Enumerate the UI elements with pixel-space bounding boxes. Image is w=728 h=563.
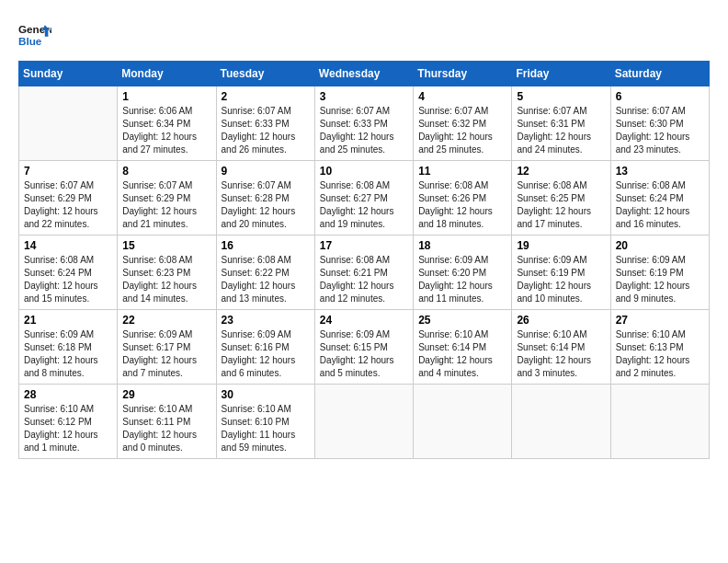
day-number: 17 bbox=[320, 239, 408, 252]
calendar-week-row: 7Sunrise: 6:07 AM Sunset: 6:29 PM Daylig… bbox=[19, 161, 710, 236]
day-info: Sunrise: 6:09 AM Sunset: 6:18 PM Dayligh… bbox=[24, 328, 112, 380]
calendar-day-24: 24Sunrise: 6:09 AM Sunset: 6:15 PM Dayli… bbox=[314, 310, 413, 385]
day-number: 20 bbox=[616, 239, 704, 252]
day-info: Sunrise: 6:08 AM Sunset: 6:27 PM Dayligh… bbox=[320, 179, 408, 231]
day-number: 8 bbox=[122, 165, 210, 178]
calendar-day-18: 18Sunrise: 6:09 AM Sunset: 6:20 PM Dayli… bbox=[414, 236, 512, 310]
day-info: Sunrise: 6:09 AM Sunset: 6:19 PM Dayligh… bbox=[517, 254, 605, 305]
calendar-day-4: 4Sunrise: 6:07 AM Sunset: 6:32 PM Daylig… bbox=[414, 86, 512, 161]
calendar-day-26: 26Sunrise: 6:10 AM Sunset: 6:14 PM Dayli… bbox=[512, 310, 610, 385]
calendar-day-3: 3Sunrise: 6:07 AM Sunset: 6:33 PM Daylig… bbox=[314, 86, 413, 161]
calendar-day-8: 8Sunrise: 6:07 AM Sunset: 6:29 PM Daylig… bbox=[118, 161, 216, 236]
calendar-day-11: 11Sunrise: 6:08 AM Sunset: 6:26 PM Dayli… bbox=[414, 161, 512, 236]
day-number: 23 bbox=[222, 314, 310, 327]
day-number: 9 bbox=[222, 165, 310, 178]
calendar-day-22: 22Sunrise: 6:09 AM Sunset: 6:17 PM Dayli… bbox=[118, 310, 216, 385]
column-header-tuesday: Tuesday bbox=[216, 62, 314, 86]
day-info: Sunrise: 6:08 AM Sunset: 6:26 PM Dayligh… bbox=[418, 179, 506, 231]
empty-cell bbox=[512, 385, 610, 459]
day-number: 19 bbox=[517, 239, 605, 252]
day-number: 24 bbox=[320, 314, 408, 327]
calendar-day-20: 20Sunrise: 6:09 AM Sunset: 6:19 PM Dayli… bbox=[610, 236, 709, 310]
calendar-day-25: 25Sunrise: 6:10 AM Sunset: 6:14 PM Dayli… bbox=[414, 310, 512, 385]
logo: General Blue bbox=[18, 18, 51, 52]
calendar-day-27: 27Sunrise: 6:10 AM Sunset: 6:13 PM Dayli… bbox=[610, 310, 709, 385]
day-number: 27 bbox=[616, 314, 704, 327]
day-number: 16 bbox=[222, 239, 310, 252]
empty-cell bbox=[610, 385, 709, 459]
day-number: 12 bbox=[517, 165, 605, 178]
logo-icon: General Blue bbox=[18, 18, 51, 52]
calendar-day-1: 1Sunrise: 6:06 AM Sunset: 6:34 PM Daylig… bbox=[118, 86, 216, 161]
empty-cell bbox=[314, 385, 413, 459]
day-number: 21 bbox=[24, 314, 112, 327]
day-info: Sunrise: 6:10 AM Sunset: 6:14 PM Dayligh… bbox=[418, 328, 506, 380]
day-info: Sunrise: 6:09 AM Sunset: 6:17 PM Dayligh… bbox=[122, 328, 210, 380]
day-info: Sunrise: 6:07 AM Sunset: 6:29 PM Dayligh… bbox=[122, 179, 210, 231]
column-header-monday: Monday bbox=[118, 62, 216, 86]
calendar-week-row: 14Sunrise: 6:08 AM Sunset: 6:24 PM Dayli… bbox=[19, 236, 710, 310]
calendar-week-row: 21Sunrise: 6:09 AM Sunset: 6:18 PM Dayli… bbox=[19, 310, 710, 385]
day-info: Sunrise: 6:08 AM Sunset: 6:25 PM Dayligh… bbox=[517, 179, 605, 231]
day-info: Sunrise: 6:07 AM Sunset: 6:29 PM Dayligh… bbox=[24, 179, 112, 231]
calendar-week-row: 28Sunrise: 6:10 AM Sunset: 6:12 PM Dayli… bbox=[19, 385, 710, 459]
day-number: 11 bbox=[418, 165, 506, 178]
day-number: 26 bbox=[517, 314, 605, 327]
calendar-day-21: 21Sunrise: 6:09 AM Sunset: 6:18 PM Dayli… bbox=[19, 310, 118, 385]
calendar-week-row: 1Sunrise: 6:06 AM Sunset: 6:34 PM Daylig… bbox=[19, 86, 710, 161]
calendar-day-10: 10Sunrise: 6:08 AM Sunset: 6:27 PM Dayli… bbox=[314, 161, 413, 236]
calendar-day-16: 16Sunrise: 6:08 AM Sunset: 6:22 PM Dayli… bbox=[216, 236, 314, 310]
day-number: 7 bbox=[24, 165, 112, 178]
calendar-day-6: 6Sunrise: 6:07 AM Sunset: 6:30 PM Daylig… bbox=[610, 86, 709, 161]
svg-text:Blue: Blue bbox=[18, 35, 42, 47]
day-number: 3 bbox=[320, 90, 408, 103]
day-number: 14 bbox=[24, 239, 112, 252]
day-number: 25 bbox=[418, 314, 506, 327]
day-number: 1 bbox=[122, 90, 210, 103]
day-info: Sunrise: 6:07 AM Sunset: 6:31 PM Dayligh… bbox=[517, 105, 605, 156]
day-info: Sunrise: 6:09 AM Sunset: 6:20 PM Dayligh… bbox=[418, 254, 506, 305]
day-number: 30 bbox=[222, 388, 310, 401]
day-info: Sunrise: 6:09 AM Sunset: 6:19 PM Dayligh… bbox=[616, 254, 704, 305]
calendar-day-29: 29Sunrise: 6:10 AM Sunset: 6:11 PM Dayli… bbox=[118, 385, 216, 459]
empty-cell bbox=[414, 385, 512, 459]
calendar-day-12: 12Sunrise: 6:08 AM Sunset: 6:25 PM Dayli… bbox=[512, 161, 610, 236]
calendar-table: SundayMondayTuesdayWednesdayThursdayFrid… bbox=[18, 61, 710, 459]
day-info: Sunrise: 6:10 AM Sunset: 6:10 PM Dayligh… bbox=[222, 403, 310, 454]
day-number: 4 bbox=[418, 90, 506, 103]
day-info: Sunrise: 6:06 AM Sunset: 6:34 PM Dayligh… bbox=[122, 105, 210, 156]
day-info: Sunrise: 6:09 AM Sunset: 6:16 PM Dayligh… bbox=[222, 328, 310, 380]
day-info: Sunrise: 6:07 AM Sunset: 6:32 PM Dayligh… bbox=[418, 105, 506, 156]
calendar-day-23: 23Sunrise: 6:09 AM Sunset: 6:16 PM Dayli… bbox=[216, 310, 314, 385]
day-number: 5 bbox=[517, 90, 605, 103]
column-header-friday: Friday bbox=[512, 62, 610, 86]
day-number: 6 bbox=[616, 90, 704, 103]
calendar-day-7: 7Sunrise: 6:07 AM Sunset: 6:29 PM Daylig… bbox=[19, 161, 118, 236]
day-info: Sunrise: 6:07 AM Sunset: 6:33 PM Dayligh… bbox=[222, 105, 310, 156]
day-number: 13 bbox=[616, 165, 704, 178]
calendar-day-14: 14Sunrise: 6:08 AM Sunset: 6:24 PM Dayli… bbox=[19, 236, 118, 310]
day-info: Sunrise: 6:10 AM Sunset: 6:13 PM Dayligh… bbox=[616, 328, 704, 380]
calendar-header-row: SundayMondayTuesdayWednesdayThursdayFrid… bbox=[19, 62, 710, 86]
day-number: 10 bbox=[320, 165, 408, 178]
day-number: 29 bbox=[122, 388, 210, 401]
calendar-day-13: 13Sunrise: 6:08 AM Sunset: 6:24 PM Dayli… bbox=[610, 161, 709, 236]
calendar-day-15: 15Sunrise: 6:08 AM Sunset: 6:23 PM Dayli… bbox=[118, 236, 216, 310]
day-number: 15 bbox=[122, 239, 210, 252]
day-info: Sunrise: 6:08 AM Sunset: 6:21 PM Dayligh… bbox=[320, 254, 408, 305]
day-number: 28 bbox=[24, 388, 112, 401]
calendar-day-5: 5Sunrise: 6:07 AM Sunset: 6:31 PM Daylig… bbox=[512, 86, 610, 161]
calendar-day-30: 30Sunrise: 6:10 AM Sunset: 6:10 PM Dayli… bbox=[216, 385, 314, 459]
calendar-day-2: 2Sunrise: 6:07 AM Sunset: 6:33 PM Daylig… bbox=[216, 86, 314, 161]
day-info: Sunrise: 6:07 AM Sunset: 6:33 PM Dayligh… bbox=[320, 105, 408, 156]
day-info: Sunrise: 6:08 AM Sunset: 6:22 PM Dayligh… bbox=[222, 254, 310, 305]
column-header-sunday: Sunday bbox=[19, 62, 118, 86]
empty-cell bbox=[19, 86, 118, 161]
day-info: Sunrise: 6:08 AM Sunset: 6:23 PM Dayligh… bbox=[122, 254, 210, 305]
day-info: Sunrise: 6:10 AM Sunset: 6:11 PM Dayligh… bbox=[122, 403, 210, 454]
day-number: 18 bbox=[418, 239, 506, 252]
day-info: Sunrise: 6:09 AM Sunset: 6:15 PM Dayligh… bbox=[320, 328, 408, 380]
day-info: Sunrise: 6:07 AM Sunset: 6:28 PM Dayligh… bbox=[222, 179, 310, 231]
day-info: Sunrise: 6:10 AM Sunset: 6:14 PM Dayligh… bbox=[517, 328, 605, 380]
day-number: 22 bbox=[122, 314, 210, 327]
